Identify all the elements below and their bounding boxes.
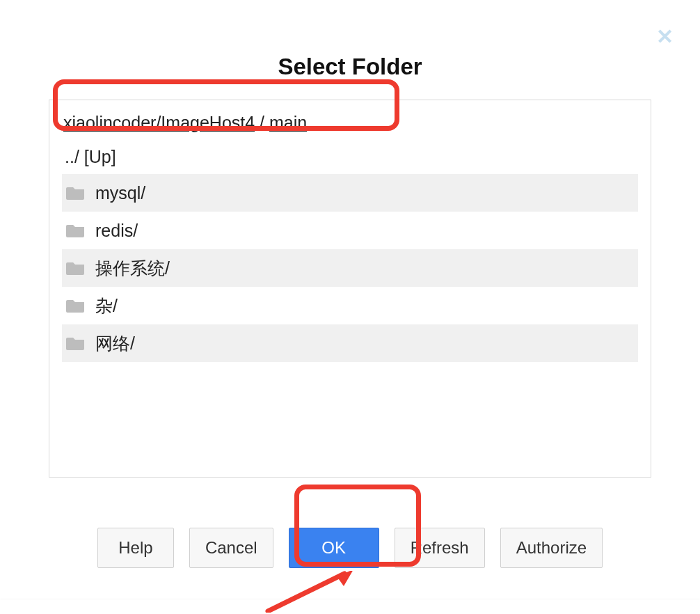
folder-name: redis/ xyxy=(95,221,138,241)
folder-name: 网络/ xyxy=(95,332,135,355)
breadcrumb-branch[interactable]: main xyxy=(269,113,307,132)
breadcrumb-repo[interactable]: xiaolincoder/ImageHost4 xyxy=(63,113,255,132)
ok-button[interactable]: OK xyxy=(289,528,379,568)
folder-name: mysql/ xyxy=(95,183,145,203)
folder-name: 操作系统/ xyxy=(95,257,170,280)
up-folder[interactable]: ../ [Up] xyxy=(62,143,638,174)
svg-marker-1 xyxy=(337,571,353,586)
folder-row[interactable]: mysql/ xyxy=(62,174,638,212)
folder-icon xyxy=(66,260,86,276)
folder-row[interactable]: 网络/ xyxy=(62,324,638,362)
folder-icon xyxy=(66,185,86,200)
cancel-button[interactable]: Cancel xyxy=(189,528,273,568)
folder-icon xyxy=(66,223,86,238)
folder-row[interactable]: 杂/ xyxy=(62,287,638,324)
svg-line-0 xyxy=(268,574,344,611)
folder-icon xyxy=(66,298,86,313)
authorize-button[interactable]: Authorize xyxy=(500,528,603,568)
close-icon[interactable]: ✕ xyxy=(656,26,674,47)
refresh-button[interactable]: Refresh xyxy=(395,528,485,568)
folder-row[interactable]: redis/ xyxy=(62,212,638,249)
folder-list: mysql/ redis/ 操作系统/ 杂/ xyxy=(62,174,638,362)
dialog-buttons: Help Cancel OK Refresh Authorize xyxy=(0,528,700,568)
folder-name: 杂/ xyxy=(95,294,118,317)
breadcrumb: xiaolincoder/ImageHost4 / main xyxy=(63,113,638,133)
annotation-arrow-icon xyxy=(264,571,355,613)
help-button[interactable]: Help xyxy=(97,528,174,568)
breadcrumb-sep: / xyxy=(255,113,269,132)
folder-browser: xiaolincoder/ImageHost4 / main ../ [Up] … xyxy=(49,100,651,478)
folder-row[interactable]: 操作系统/ xyxy=(62,249,638,287)
select-folder-dialog: ✕ Select Folder xiaolincoder/ImageHost4 … xyxy=(0,0,700,599)
folder-icon xyxy=(66,336,86,351)
dialog-title: Select Folder xyxy=(0,54,700,80)
